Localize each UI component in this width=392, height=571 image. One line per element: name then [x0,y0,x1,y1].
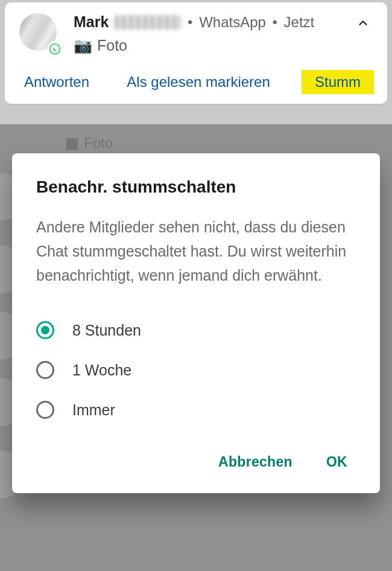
svg-point-0 [50,44,60,54]
option-label: 8 Stunden [72,322,141,339]
sender-name: Mark [74,13,109,31]
message-preview: Foto [97,37,127,54]
mute-option-1w[interactable]: 1 Woche [36,350,356,390]
reply-button[interactable]: Antworten [18,70,95,94]
dialog-actions: Abbrechen OK [36,448,356,476]
cancel-button[interactable]: Abbrechen [215,448,296,476]
avatar-wrap [19,13,60,54]
mute-options: 8 Stunden 1 Woche Immer [36,310,356,430]
source-app: WhatsApp [199,14,266,31]
sender-surname-redacted [115,15,181,30]
mark-read-button[interactable]: Als gelesen markieren [121,70,276,94]
radio-selected-icon [36,321,54,339]
notification-title-line: Mark • WhatsApp • Jetzt [74,13,376,31]
notification-card: Mark • WhatsApp • Jetzt 📷 Foto Antworten… [5,2,387,104]
option-label: Immer [72,401,115,419]
collapse-button[interactable] [351,11,375,35]
ok-button[interactable]: OK [323,448,351,476]
radio-unselected-icon [36,401,54,419]
mute-option-8h[interactable]: 8 Stunden [36,310,356,350]
dialog-title: Benachr. stummschalten [36,177,356,197]
option-label: 1 Woche [72,362,131,379]
mute-option-always[interactable]: Immer [36,390,356,430]
radio-unselected-icon [36,361,54,379]
notification-actions: Antworten Als gelesen markieren Stumm [16,70,376,94]
chevron-up-icon [356,16,370,30]
dialog-description: Andere Mitglieder sehen nicht, dass du d… [36,215,356,287]
notification-time: Jetzt [284,14,315,31]
camera-icon: 📷 [74,37,92,54]
mute-button[interactable]: Stumm [302,70,374,94]
mute-dialog: Benachr. stummschalten Andere Mitglieder… [12,153,380,493]
whatsapp-badge-icon [47,41,63,57]
